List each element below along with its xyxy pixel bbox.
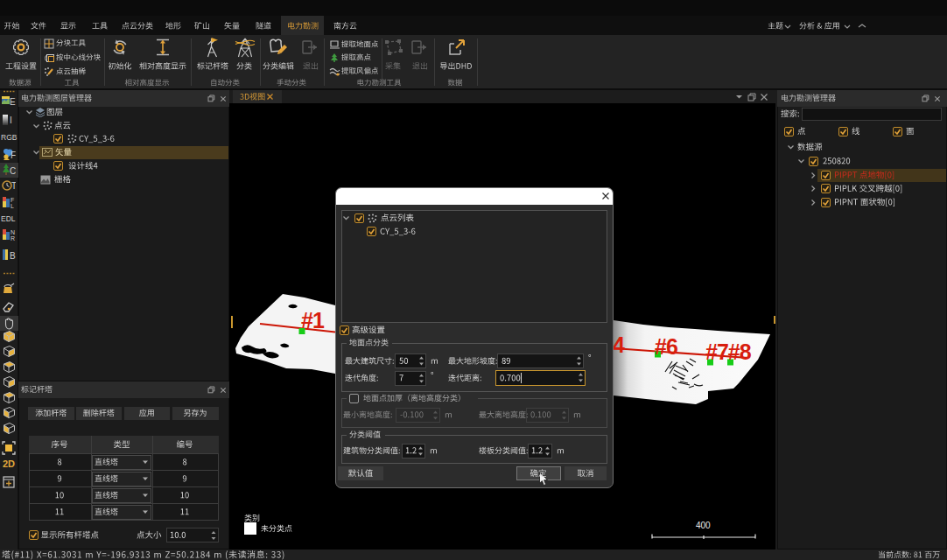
svg-text:L: L	[11, 203, 14, 209]
svg-text:I: I	[10, 116, 12, 125]
svg-text:T: T	[11, 181, 16, 191]
svg-text:C: C	[10, 166, 16, 176]
svg-text:F: F	[11, 150, 16, 160]
svg-text:F: F	[11, 197, 14, 203]
svg-text:E: E	[10, 97, 16, 107]
svg-text:R: R	[11, 235, 15, 242]
svg-text:N: N	[11, 229, 15, 235]
svg-text:B: B	[10, 251, 16, 261]
